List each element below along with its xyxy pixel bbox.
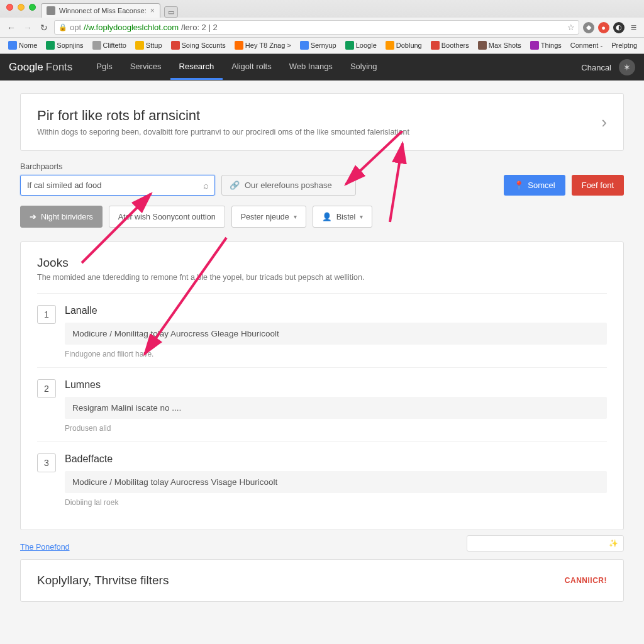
- results-heading: Jooks: [37, 256, 607, 270]
- result-item: 3 Badeffacte Modicure / Mobilitag tolay …: [37, 441, 607, 516]
- reload-button[interactable]: ↻: [38, 21, 50, 34]
- bookmark-item[interactable]: Sttup: [132, 40, 165, 51]
- lower-title: Koplyllary, Thrvitse filters: [37, 574, 169, 587]
- bookmark-favicon: [530, 41, 539, 50]
- url-bar[interactable]: 🔒 opt //w.foplydoogleslchlot.com /lero: …: [54, 20, 579, 35]
- bookmark-item[interactable]: Prelptng: [608, 40, 640, 50]
- secondary-button-label: Foef font: [582, 180, 614, 190]
- bookmark-label: Nome: [19, 42, 37, 49]
- result-item: 1 Lanalle Modicure / Monilitag tolay Aur…: [37, 293, 607, 367]
- lower-link[interactable]: CANNIICR!: [565, 576, 607, 585]
- close-tab-icon[interactable]: ×: [150, 6, 155, 15]
- new-tab-button[interactable]: ▭: [164, 6, 178, 18]
- bookmark-item[interactable]: Boothers: [428, 40, 472, 51]
- bookmark-favicon: [386, 41, 394, 50]
- nav-item[interactable]: Solying: [341, 55, 386, 80]
- result-preview: Resigram Malini iscate no ....: [65, 397, 607, 419]
- nav-item[interactable]: Pgls: [87, 55, 121, 80]
- filter-ater[interactable]: Ater wish Soonycont outtion: [109, 206, 225, 228]
- search-label: Barchpaorts: [20, 162, 624, 171]
- url-protocol: opt: [70, 23, 81, 32]
- logo-fonts: Fonts: [46, 61, 73, 74]
- bookmark-item[interactable]: Conment -: [567, 40, 606, 50]
- chevron-down-icon: ▾: [294, 213, 297, 220]
- lower-card: Koplyllary, Thrvitse filters CANNIICR!: [20, 559, 624, 602]
- footer-bar: The Ponefond ✨: [20, 535, 624, 552]
- header-right: Chancal ✶: [581, 59, 635, 75]
- url-path: /lero: 2 | 2: [181, 23, 218, 32]
- bookmark-item[interactable]: Soing Sccunts: [168, 40, 229, 51]
- bookmark-item[interactable]: Nome: [5, 40, 40, 51]
- bookmark-favicon: [478, 41, 487, 50]
- logo-google: Google: [9, 61, 43, 74]
- bookmark-favicon: [8, 41, 17, 50]
- bookmark-favicon: [171, 41, 180, 50]
- filter-pester[interactable]: Pester njeude ▾: [231, 206, 306, 228]
- minimize-window[interactable]: [18, 4, 25, 11]
- result-title[interactable]: Badeffacte: [65, 453, 607, 465]
- bookmark-item[interactable]: Doblung: [382, 40, 425, 51]
- bookmark-label: Cliftetto: [103, 42, 126, 49]
- avatar[interactable]: ✶: [619, 59, 635, 75]
- bookmark-item[interactable]: Sernyup: [297, 40, 340, 51]
- extension-icon-2[interactable]: ●: [598, 22, 609, 33]
- bookmark-star-icon[interactable]: ☆: [567, 23, 575, 32]
- primary-button[interactable]: 📍 Somcel: [504, 175, 565, 196]
- bookmark-label: Doblung: [396, 42, 422, 49]
- search-icon[interactable]: ⌕: [203, 180, 209, 191]
- nav-item[interactable]: Aligolt rolts: [223, 55, 280, 80]
- bookmarks-bar: NomeSopnjinsCliftettoSttupSoing SccuntsH…: [0, 38, 644, 53]
- tab-title: Winnonect of Miss Eaconse:: [59, 7, 147, 14]
- bookmark-favicon: [431, 41, 440, 50]
- bookmark-item[interactable]: Max Shots: [475, 40, 525, 51]
- filter-row: ➔ Night birividers Ater wish Soonycont o…: [20, 206, 624, 228]
- maximize-window[interactable]: [29, 4, 36, 11]
- nav-item[interactable]: Research: [170, 55, 223, 80]
- result-meta: Diobiing lal roek: [65, 498, 607, 507]
- result-title[interactable]: Lanalle: [65, 305, 607, 316]
- browser-chrome: Winnonect of Miss Eaconse: × ▭ ← → ↻ 🔒 o…: [0, 0, 644, 54]
- nav-bar: ← → ↻ 🔒 opt //w.foplydoogleslchlot.com /…: [0, 18, 644, 38]
- result-title[interactable]: Lumnes: [65, 379, 607, 391]
- results-card: Jooks The momided ane tderedding to remo…: [20, 242, 624, 530]
- secondary-button[interactable]: Foef font: [572, 175, 624, 196]
- url-host: //w.foplydoogleslchlot.com: [84, 23, 179, 32]
- back-button[interactable]: ←: [5, 21, 18, 34]
- search-input[interactable]: [20, 175, 215, 196]
- bookmark-item[interactable]: Things: [527, 40, 565, 51]
- bookmark-item[interactable]: Hey T8 Znag >: [231, 40, 294, 51]
- bookmark-item[interactable]: Loogle: [342, 40, 380, 51]
- filter-label: Bistel: [336, 213, 356, 221]
- result-meta: Produsen alid: [65, 424, 607, 433]
- result-preview: Modicure / Monilitag tolay Aurocress Gle…: [65, 323, 607, 345]
- chevron-down-icon: ▾: [360, 213, 363, 220]
- extension-icon-3[interactable]: ◐: [613, 22, 625, 33]
- extension-icon-1[interactable]: ◆: [583, 22, 594, 33]
- bookmark-item[interactable]: Sopnjins: [43, 40, 86, 51]
- content: Pir fort like rots bf arnsicint Within d…: [0, 80, 644, 614]
- bookmark-favicon: [92, 41, 101, 50]
- site-header: Google Fonts PglsServicesResearchAligolt…: [0, 54, 644, 80]
- filter-label: Night birividers: [41, 213, 93, 221]
- nav-item[interactable]: Web Inangs: [280, 55, 341, 80]
- footer-input[interactable]: ✨: [467, 535, 624, 552]
- bookmark-label: Sopnjins: [57, 42, 83, 49]
- footer-link[interactable]: The Ponefond: [20, 543, 70, 552]
- nav-item[interactable]: Services: [121, 55, 170, 80]
- bookmark-label: Max Shots: [489, 42, 521, 49]
- user-label[interactable]: Chancal: [581, 63, 611, 72]
- bookmark-favicon: [300, 41, 309, 50]
- bookmark-item[interactable]: Cliftetto: [89, 40, 130, 51]
- menu-icon[interactable]: ≡: [628, 22, 639, 33]
- close-window[interactable]: [6, 4, 13, 11]
- hero-title: Pir fort like rots bf arnsicint: [37, 108, 409, 124]
- link-box[interactable]: 🔗 Our elerefouns poshase: [221, 175, 356, 196]
- filter-night[interactable]: ➔ Night birividers: [20, 206, 103, 228]
- browser-tab[interactable]: Winnonect of Miss Eaconse: ×: [41, 3, 160, 18]
- chevron-right-icon[interactable]: ›: [601, 113, 607, 132]
- logo[interactable]: Google Fonts: [9, 61, 72, 74]
- forward-button[interactable]: →: [21, 21, 34, 34]
- primary-button-label: Somcel: [528, 180, 555, 190]
- star-icon: ✨: [609, 539, 618, 548]
- filter-bistel[interactable]: 👤 Bistel ▾: [313, 206, 373, 228]
